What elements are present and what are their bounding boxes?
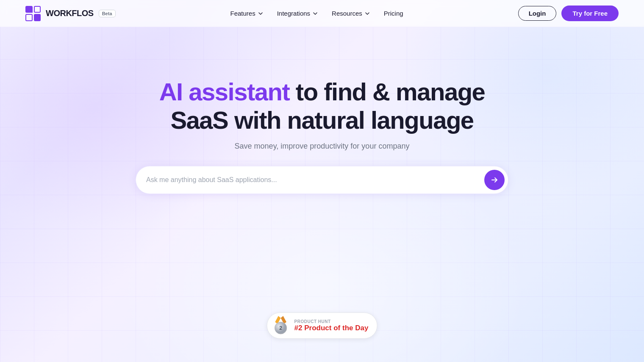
hero-title-accent: AI assistant bbox=[159, 78, 290, 105]
try-free-button[interactable]: Try for Free bbox=[561, 6, 619, 21]
nav-links: Features Integrations Resources bbox=[230, 10, 403, 17]
nav-pricing[interactable]: Pricing bbox=[384, 10, 403, 17]
medal-icon: 2 bbox=[272, 317, 289, 334]
hero-title: AI assistant to find & manage SaaS with … bbox=[131, 78, 513, 134]
product-hunt-badge[interactable]: 2 PRODUCT HUNT #2 Product of the Day bbox=[267, 312, 378, 339]
search-submit-button[interactable] bbox=[484, 170, 505, 190]
hero-section: AI assistant to find & manage SaaS with … bbox=[0, 27, 644, 194]
nav-integrations[interactable]: Integrations bbox=[277, 10, 318, 17]
chevron-down-icon bbox=[258, 11, 264, 17]
nav-cta-area: Login Try for Free bbox=[518, 6, 619, 21]
nav-resources[interactable]: Resources bbox=[332, 10, 370, 17]
logo-name: WORKFLOS bbox=[46, 8, 94, 18]
product-hunt-value: #2 Product of the Day bbox=[294, 324, 369, 332]
navbar: WORKFLOS Beta Features Integrations Reso… bbox=[0, 0, 644, 27]
svg-text:2: 2 bbox=[279, 325, 282, 331]
chevron-down-icon bbox=[364, 11, 370, 17]
product-hunt-label: PRODUCT HUNT bbox=[294, 319, 369, 324]
hero-subtitle: Save money, improve productivity for you… bbox=[235, 142, 410, 151]
product-hunt-text: PRODUCT HUNT #2 Product of the Day bbox=[294, 319, 369, 332]
search-input[interactable] bbox=[146, 173, 484, 187]
login-button[interactable]: Login bbox=[518, 6, 557, 21]
nav-logo-area: WORKFLOS Beta bbox=[25, 6, 116, 21]
logo-icon bbox=[25, 6, 41, 21]
chevron-down-icon bbox=[312, 11, 318, 17]
search-bar bbox=[136, 166, 508, 194]
beta-badge: Beta bbox=[99, 10, 116, 17]
nav-features[interactable]: Features bbox=[230, 10, 263, 17]
